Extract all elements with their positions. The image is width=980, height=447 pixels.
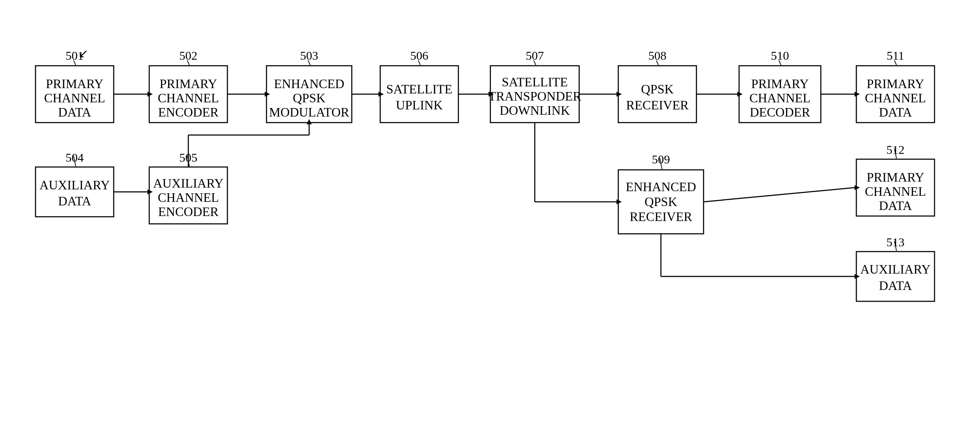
svg-text:RECEIVER: RECEIVER <box>630 210 692 224</box>
block-510: 510 PRIMARY CHANNEL DECODER <box>739 49 821 122</box>
svg-text:CHANNEL: CHANNEL <box>865 185 926 199</box>
svg-text:PRIMARY: PRIMARY <box>867 77 924 91</box>
svg-text:506: 506 <box>410 49 428 62</box>
block-502: 502 PRIMARY CHANNEL ENCODER <box>149 49 228 122</box>
svg-text:DATA: DATA <box>58 194 91 208</box>
svg-text:PRIMARY: PRIMARY <box>46 77 103 91</box>
svg-text:↙: ↙ <box>78 47 88 60</box>
svg-text:QPSK: QPSK <box>644 195 677 209</box>
svg-text:SATELLITE: SATELLITE <box>386 82 452 96</box>
svg-text:DATA: DATA <box>879 278 912 293</box>
svg-text:PRIMARY: PRIMARY <box>751 77 809 91</box>
svg-text:RECEIVER: RECEIVER <box>626 98 689 112</box>
svg-text:DATA: DATA <box>879 105 912 119</box>
svg-text:DECODER: DECODER <box>750 105 810 119</box>
svg-text:CHANNEL: CHANNEL <box>158 191 219 205</box>
svg-text:AUXILIARY: AUXILIARY <box>860 262 931 277</box>
svg-text:CHANNEL: CHANNEL <box>749 91 810 105</box>
diagram-container: 501 ↙ PRIMARY CHANNEL DATA 502 PRIMARY C… <box>0 0 980 447</box>
svg-text:QPSK: QPSK <box>293 91 326 105</box>
block-501: 501 ↙ PRIMARY CHANNEL DATA <box>35 47 114 122</box>
svg-text:UPLINK: UPLINK <box>396 98 443 112</box>
svg-text:DOWNLINK: DOWNLINK <box>500 103 570 118</box>
svg-text:ENHANCED: ENHANCED <box>626 180 696 194</box>
svg-text:DATA: DATA <box>879 199 912 213</box>
svg-text:CHANNEL: CHANNEL <box>44 91 105 105</box>
block-506: 506 SATELLITE UPLINK <box>380 49 458 122</box>
svg-text:510: 510 <box>771 49 789 62</box>
block-503: 503 ENHANCED QPSK MODULATOR <box>267 49 352 122</box>
svg-text:503: 503 <box>300 49 318 62</box>
svg-text:AUXILIARY: AUXILIARY <box>153 176 223 191</box>
svg-line-85 <box>703 188 854 202</box>
block-507: 507 SATELLITE TRANSPONDER DOWNLINK <box>488 49 581 122</box>
svg-text:MODULATOR: MODULATOR <box>269 105 349 119</box>
svg-text:ENCODER: ENCODER <box>158 205 218 219</box>
svg-text:CHANNEL: CHANNEL <box>865 91 926 105</box>
svg-text:TRANSPONDER: TRANSPONDER <box>488 89 581 103</box>
block-511: 511 PRIMARY CHANNEL DATA <box>856 49 934 122</box>
svg-text:PRIMARY: PRIMARY <box>867 170 924 185</box>
svg-text:SATELLITE: SATELLITE <box>502 75 568 89</box>
svg-text:DATA: DATA <box>58 105 91 119</box>
svg-text:502: 502 <box>180 49 197 62</box>
svg-text:CHANNEL: CHANNEL <box>158 91 219 105</box>
svg-text:PRIMARY: PRIMARY <box>159 77 217 91</box>
svg-text:AUXILIARY: AUXILIARY <box>40 178 110 192</box>
svg-text:QPSK: QPSK <box>641 82 674 96</box>
svg-text:508: 508 <box>649 49 667 62</box>
svg-text:511: 511 <box>886 49 904 62</box>
svg-text:507: 507 <box>526 49 544 62</box>
svg-text:ENCODER: ENCODER <box>158 105 218 119</box>
svg-text:ENHANCED: ENHANCED <box>274 77 344 91</box>
block-508: 508 QPSK RECEIVER <box>618 49 697 122</box>
